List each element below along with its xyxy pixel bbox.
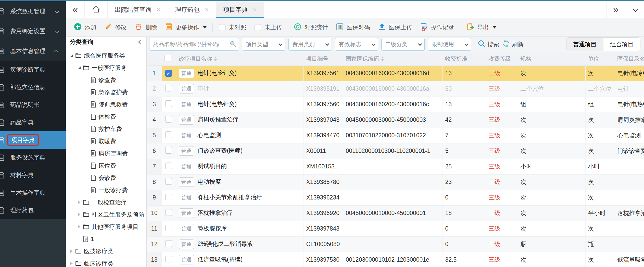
sidebar-subitem-2[interactable]: 药品说明书 <box>0 96 66 114</box>
tree-collapsed-icon[interactable] <box>68 262 74 265</box>
table-row[interactable]: 6普通门诊诊查费(医师)X00011001102000010300-110200… <box>147 143 644 159</box>
row-checkbox[interactable] <box>165 178 172 185</box>
tree-node-4[interactable]: 院前急救费 <box>66 98 146 111</box>
row-checkbox[interactable] <box>165 147 172 154</box>
add-button[interactable]: 添加 <box>70 23 100 32</box>
tree-expanded-icon[interactable] <box>76 66 82 69</box>
sort-icon[interactable] <box>381 57 384 61</box>
tab-item-2[interactable]: 项目字典× <box>216 1 264 18</box>
table-row[interactable]: 13普通低流量吸氧(持续)X139397530001203000010102-1… <box>147 252 644 267</box>
row-checkbox[interactable] <box>165 116 172 123</box>
tab-close-icon[interactable]: × <box>205 6 209 13</box>
row-checkbox[interactable] <box>165 240 172 247</box>
sort-icon[interactable] <box>214 57 217 61</box>
tree-node-8[interactable]: 病房空调费 <box>66 147 146 159</box>
table-row[interactable]: 2普通电针X139395191004300000160000-430000016… <box>147 81 644 97</box>
row-checkbox[interactable] <box>165 131 172 138</box>
sidebar-item-0[interactable]: 系统数据管理 <box>0 1 66 21</box>
export-button[interactable]: 导出 <box>462 23 500 32</box>
sidebar-subitem-6[interactable]: 材料字典 <box>0 166 66 184</box>
row-checkbox[interactable] <box>165 225 172 231</box>
table-row[interactable]: 11普通睑板腺按摩X1393978430三级次次 <box>147 221 644 236</box>
home-tab-button[interactable] <box>85 1 108 18</box>
tree-node-14[interactable]: 其他医疗服务项目 <box>66 221 146 233</box>
table-row[interactable]: 7普通测试项目的XM100153...25三级小时小时 <box>147 159 644 174</box>
tree-node-17[interactable]: 临床诊疗类 <box>66 257 146 267</box>
toggle-normal-items[interactable]: 普通项目 <box>566 38 603 51</box>
select-all-checkbox[interactable] <box>165 55 171 61</box>
filter-select-fee-category[interactable]: 费用类别 <box>288 38 332 51</box>
table-row[interactable]: 1✓普通电针(电冷针灸)X139397561004300000160300-43… <box>147 65 644 81</box>
tree-node-11[interactable]: 一般诊疗费 <box>66 184 146 196</box>
filter-select-second-level-category[interactable]: 二级分类 <box>381 38 425 51</box>
checkbox-icon[interactable] <box>219 24 225 31</box>
sidebar-subitem-8[interactable]: 理疗药包 <box>0 202 66 219</box>
delete-button[interactable]: 删除 <box>131 23 161 32</box>
insurance-upload-button[interactable]: 医保上传 <box>374 23 416 32</box>
tree-collapsed-icon[interactable] <box>76 213 82 216</box>
operation-log-button[interactable]: 操作记录 <box>416 23 458 32</box>
tab-menu-button[interactable] <box>625 1 644 18</box>
tab-close-icon[interactable]: × <box>157 6 161 13</box>
tree-node-13[interactable]: 社区卫生服务及预防 <box>66 208 146 221</box>
tree-expanded-icon[interactable] <box>68 54 74 57</box>
tree-collapsed-icon[interactable] <box>68 249 74 253</box>
filter-select-restricted-use[interactable]: 限制使用 <box>428 38 471 51</box>
tree-node-1[interactable]: 一般医疗服务 <box>66 62 146 74</box>
tree-node-0[interactable]: 综合医疗服务类 <box>66 49 146 62</box>
checkbox-icon[interactable] <box>255 24 261 31</box>
sidebar-subitem-7[interactable]: 手术操作字典 <box>0 184 66 202</box>
sidebar-subitem-4[interactable]: 项目字典 <box>0 131 66 149</box>
more-actions-button[interactable]: 更多操作 <box>161 23 210 32</box>
insurance-match-button[interactable]: 医保对码 <box>332 23 374 32</box>
table-row[interactable]: 4普通肩周炎推拿治疗X139397043004500000030000-4500… <box>147 112 644 128</box>
tree-node-12[interactable]: 一般检查治疗 <box>66 196 146 208</box>
filter-select-item-type[interactable]: 项目类型 <box>242 38 285 51</box>
row-checkbox[interactable] <box>165 209 172 216</box>
search-input[interactable] <box>153 41 230 48</box>
column-header-0[interactable]: 诊疗项目名称 <box>176 52 304 65</box>
row-checkbox[interactable]: ✓ <box>165 70 172 77</box>
scroll-tabs-right-button[interactable]: » <box>606 1 625 18</box>
edit-button[interactable]: 修改 <box>100 23 131 32</box>
sidebar-subitem-5[interactable]: 服务设施字典 <box>0 149 66 166</box>
tree-node-9[interactable]: 床位费 <box>66 159 146 172</box>
tree-node-15[interactable]: 1 <box>66 233 146 245</box>
tree-collapsed-icon[interactable] <box>76 225 82 229</box>
tree-node-3[interactable]: 急诊监护费 <box>66 86 146 98</box>
refresh-button[interactable]: 刷新 <box>502 40 524 49</box>
sidebar-item-2[interactable]: 基本信息管理 <box>0 41 66 61</box>
tree-node-7[interactable]: 取暖费 <box>66 135 146 147</box>
table-row[interactable]: 12普通2%强化戊二醛消毒液CL100050800三级瓶瓶 <box>147 236 644 252</box>
tree-node-10[interactable]: 会诊费 <box>66 172 146 184</box>
compare-stats-button[interactable]: 对照统计 <box>290 23 332 32</box>
tree-node-2[interactable]: 诊查费 <box>66 74 146 86</box>
filter-select-valid-flag[interactable]: 有效标志 <box>335 38 378 51</box>
row-checkbox[interactable] <box>165 100 172 107</box>
tree-node-5[interactable]: 体检费 <box>66 111 146 123</box>
tree-node-16[interactable]: 医技诊疗类 <box>66 245 146 257</box>
table-row[interactable]: 5普通心电监测X139394470003107010220000-3107010… <box>147 128 644 143</box>
search-button[interactable]: 搜索 <box>478 40 499 49</box>
row-checkbox[interactable] <box>165 256 172 262</box>
row-checkbox[interactable] <box>165 194 172 200</box>
table-row[interactable]: 10普通落枕推拿治疗X139396920004500000010000-4500… <box>147 205 644 221</box>
sidebar-subitem-1[interactable]: 部位穴位信息 <box>0 78 66 96</box>
tree-node-6[interactable]: 救护车费 <box>66 123 146 135</box>
table-row[interactable]: 8普通电动按摩X13938578023三级次次 <box>147 174 644 190</box>
sidebar-subitem-3[interactable]: 药品字典 <box>0 114 66 131</box>
collapse-panel-icon[interactable] <box>138 40 143 44</box>
tab-close-icon[interactable]: × <box>253 6 257 13</box>
table-row[interactable]: 3普通电针(电热针灸)X139397560004300000160200-430… <box>147 97 644 112</box>
sidebar-subitem-0[interactable]: 疾病诊断字典 <box>0 61 66 78</box>
tab-item-0[interactable]: 出院结算查询× <box>108 1 168 18</box>
unmatched-checkbox[interactable]: 未对照 <box>215 23 250 31</box>
tab-item-1[interactable]: 理疗药包× <box>168 1 216 18</box>
table-row[interactable]: 9普通脊柱小关节紊乱推拿治疗X1393962340三级次次 <box>147 190 644 205</box>
toggle-combo-items[interactable]: 组合项目 <box>603 38 640 51</box>
column-header-2[interactable]: 国家医保编码 <box>343 52 443 65</box>
sidebar-item-1[interactable]: 费用绑定设置 <box>0 21 66 41</box>
row-checkbox[interactable] <box>165 85 172 91</box>
tree-collapsed-icon[interactable] <box>76 201 82 204</box>
unuploaded-checkbox[interactable]: 未上传 <box>250 23 286 31</box>
